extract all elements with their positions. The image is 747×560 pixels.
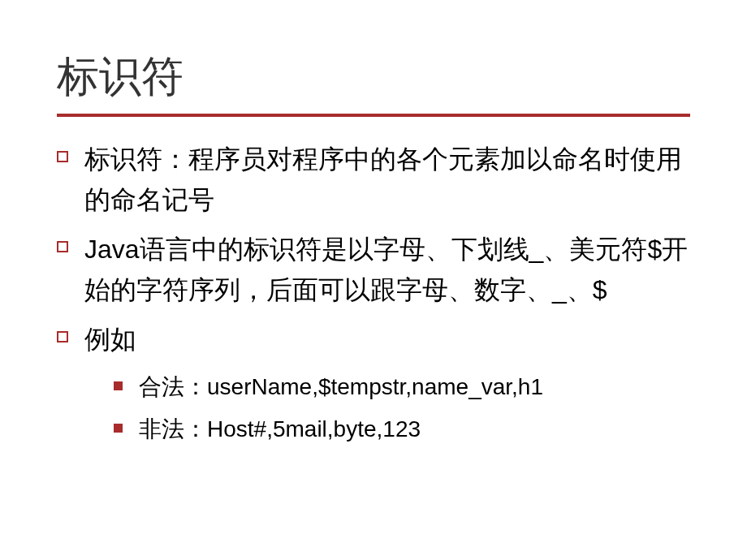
sub-list-item: 非法：Host#,5mail,byte,123 [114, 412, 690, 446]
sub-list-item: 合法：userName,$tempstr,name_var,h1 [114, 370, 690, 404]
hollow-square-icon [57, 331, 68, 342]
list-item: Java语言中的标识符是以字母、下划线_、美元符$开始的字符序列，后面可以跟字母… [57, 230, 690, 310]
hollow-square-icon [57, 151, 68, 162]
main-bullet-list: 标识符：程序员对程序中的各个元素加以命名时使用的命名记号 Java语言中的标识符… [57, 140, 690, 360]
filled-square-icon [114, 381, 123, 390]
list-item: 标识符：程序员对程序中的各个元素加以命名时使用的命名记号 [57, 140, 690, 220]
list-item: 例如 [57, 320, 690, 360]
bullet-text: Java语言中的标识符是以字母、下划线_、美元符$开始的字符序列，后面可以跟字母… [84, 230, 690, 310]
slide-title: 标识符 [57, 49, 690, 106]
sub-bullet-text: 合法：userName,$tempstr,name_var,h1 [139, 370, 543, 404]
bullet-text: 标识符：程序员对程序中的各个元素加以命名时使用的命名记号 [84, 140, 690, 220]
bullet-text: 例如 [84, 320, 136, 360]
filled-square-icon [114, 424, 123, 433]
hollow-square-icon [57, 241, 68, 252]
title-divider [57, 114, 690, 117]
sub-bullet-text: 非法：Host#,5mail,byte,123 [139, 412, 421, 446]
sub-bullet-list: 合法：userName,$tempstr,name_var,h1 非法：Host… [114, 370, 690, 446]
